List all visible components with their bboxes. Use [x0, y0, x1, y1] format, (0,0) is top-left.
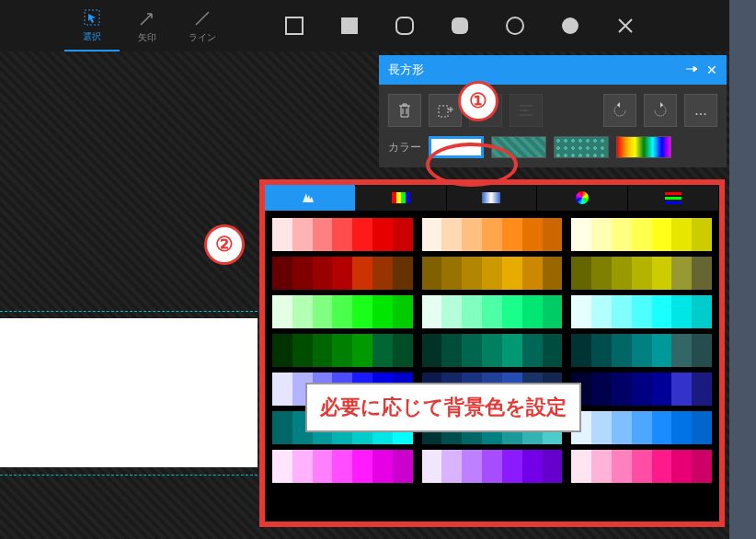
color-block[interactable]: [422, 295, 563, 328]
panel-header: 長方形 ✕: [379, 55, 727, 85]
svg-point-6: [562, 17, 578, 34]
shape-square-filled[interactable]: [322, 0, 377, 52]
color-block[interactable]: [571, 218, 712, 251]
panel-title: 長方形: [388, 62, 424, 78]
picker-tab-swatches[interactable]: [265, 185, 356, 211]
svg-rect-1: [286, 17, 303, 34]
picker-tab-gradient[interactable]: [447, 185, 538, 211]
pin-icon[interactable]: [684, 62, 699, 79]
color-block[interactable]: [272, 450, 413, 483]
color-block[interactable]: [571, 334, 712, 367]
color-picker: [259, 179, 725, 527]
svg-rect-7: [439, 106, 448, 117]
selection-edge: [0, 475, 258, 476]
shape-square-outline[interactable]: [267, 0, 322, 52]
picker-tab-wheel[interactable]: [537, 185, 628, 211]
color-swatch-dots[interactable]: [554, 136, 609, 158]
color-block[interactable]: [422, 218, 563, 251]
rotate-ccw-button[interactable]: [603, 94, 636, 127]
line-icon: [191, 7, 213, 29]
shape-circle-outline[interactable]: [487, 0, 543, 52]
delete-button[interactable]: [388, 94, 421, 127]
rectangle-panel: 長方形 ✕ ... カラー: [379, 55, 727, 167]
color-swatch-gradient[interactable]: [616, 136, 671, 158]
shape-circle-filled[interactable]: [543, 0, 598, 52]
add-button[interactable]: [429, 94, 462, 127]
picker-body: [265, 211, 719, 490]
tool-select-label: 選択: [83, 30, 101, 43]
tool-line-label: ライン: [189, 31, 216, 44]
close-button[interactable]: [598, 0, 653, 52]
color-block[interactable]: [571, 257, 712, 290]
panel-toolbar: ...: [379, 85, 727, 136]
color-block[interactable]: [422, 450, 563, 483]
color-block[interactable]: [272, 334, 413, 367]
shape-rounded-filled[interactable]: [432, 0, 487, 52]
tool-arrow[interactable]: 矢印: [120, 0, 175, 52]
tool-line[interactable]: ライン: [175, 0, 230, 52]
selection-edge: [0, 311, 258, 312]
annotation-circle-1: ①: [458, 81, 498, 121]
color-block[interactable]: [272, 257, 413, 290]
tool-arrow-label: 矢印: [138, 31, 156, 44]
align-button[interactable]: [510, 94, 543, 127]
white-rectangle[interactable]: [0, 318, 258, 467]
panel-close-icon[interactable]: ✕: [706, 63, 717, 77]
color-label: カラー: [388, 140, 421, 155]
rotate-cw-button[interactable]: [644, 94, 677, 127]
svg-rect-3: [396, 17, 413, 34]
svg-rect-2: [341, 17, 358, 34]
color-block[interactable]: [422, 334, 563, 367]
annotation-circle-2: ②: [204, 224, 245, 265]
tool-select[interactable]: 選択: [64, 0, 120, 52]
annotation-text: 必要に応じて背景色を設定: [305, 383, 581, 432]
svg-rect-4: [452, 17, 468, 34]
color-block[interactable]: [571, 411, 712, 444]
color-block[interactable]: [571, 295, 712, 328]
picker-tab-sliders[interactable]: [628, 185, 719, 211]
more-button[interactable]: ...: [684, 94, 717, 127]
select-icon: [81, 6, 103, 29]
color-block[interactable]: [272, 218, 413, 251]
arrow-icon: [136, 7, 158, 29]
picker-tab-palette[interactable]: [356, 185, 447, 211]
color-block[interactable]: [571, 450, 712, 483]
picker-tabs: [265, 185, 719, 211]
top-toolbar: 選択 矢印 ライン: [0, 0, 729, 52]
annotation-ellipse: [426, 143, 518, 187]
right-strip: [729, 0, 756, 539]
shape-rounded-outline[interactable]: [377, 0, 432, 52]
color-grid: [272, 218, 712, 483]
color-block[interactable]: [571, 373, 712, 406]
color-block[interactable]: [422, 257, 563, 290]
color-block[interactable]: [272, 295, 413, 328]
svg-point-5: [507, 17, 523, 34]
